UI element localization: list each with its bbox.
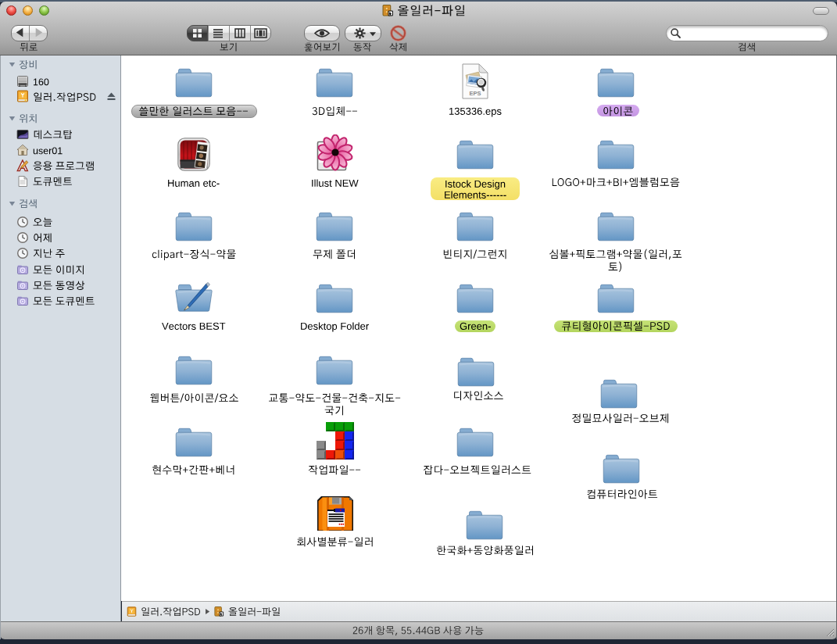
svg-text:EPS: EPS: [469, 90, 481, 97]
